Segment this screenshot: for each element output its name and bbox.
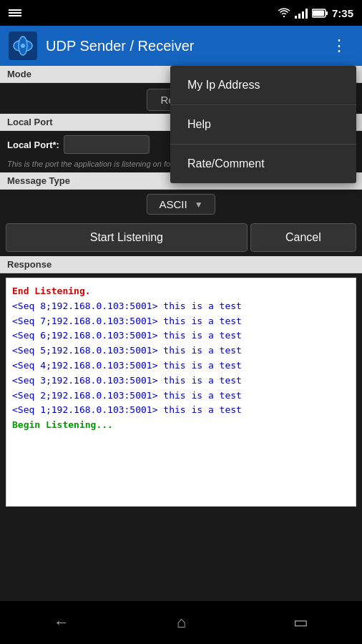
app-title: UDP Sender / Receiver (46, 38, 326, 54)
signal-icon (295, 7, 308, 19)
message-type-section: ASCII ▼ (0, 190, 362, 219)
list-item: <Seq 2;192.168.0.103:5001> this is a tes… (12, 389, 350, 404)
svg-point-5 (21, 44, 25, 48)
local-port-input[interactable] (64, 135, 150, 154)
list-item: <Seq 7;192.168.0.103:5001> this is a tes… (12, 314, 350, 329)
list-item: <Seq 8;192.168.0.103:5001> this is a tes… (12, 299, 350, 314)
overflow-menu-button[interactable]: ⋮ (326, 34, 353, 58)
svg-rect-2 (313, 10, 324, 16)
list-item: <Seq 4;192.168.0.103:5001> this is a tes… (12, 358, 350, 374)
end-listening-text: End Listening. (12, 284, 350, 299)
menu-item-help[interactable]: Help (170, 105, 356, 145)
battery-icon (312, 9, 328, 18)
local-port-label: Local Port*: (7, 140, 59, 150)
home-button[interactable]: ⌂ (162, 608, 200, 638)
menu-item-my-ip-label: My Ip Address (187, 79, 260, 91)
chevron-down-icon: ▼ (195, 200, 203, 210)
response-section-label: Response (0, 256, 362, 273)
message-type-selector[interactable]: ASCII ▼ (147, 194, 215, 215)
start-listening-button[interactable]: Start Listening (6, 223, 248, 252)
menu-item-my-ip[interactable]: My Ip Address (170, 66, 356, 105)
svg-rect-1 (326, 11, 328, 15)
begin-listening-text: Begin Listening... (12, 418, 350, 433)
list-item: <Seq 6;192.168.0.103:5001> this is a tes… (12, 328, 350, 343)
list-item: <Seq 5;192.168.0.103:5001> this is a tes… (12, 343, 350, 358)
menu-item-rate[interactable]: Rate/Comment (170, 145, 356, 183)
app-icon (9, 31, 37, 60)
status-bar-right: 7:35 (278, 7, 353, 19)
back-button[interactable]: ← (39, 608, 84, 638)
message-type-value: ASCII (159, 198, 187, 210)
recents-button[interactable]: ▭ (279, 608, 323, 638)
response-area: End Listening. <Seq 8;192.168.0.103:5001… (6, 278, 356, 507)
app-bar: UDP Sender / Receiver ⋮ (0, 26, 362, 66)
status-bar-left (9, 9, 21, 16)
hamburger-icon (9, 9, 21, 16)
menu-item-help-label: Help (187, 118, 211, 130)
status-bar: 7:35 (0, 0, 362, 26)
cancel-button[interactable]: Cancel (250, 223, 356, 252)
list-item: <Seq 3;192.168.0.103:5001> this is a tes… (12, 374, 350, 389)
status-time: 7:35 (332, 7, 353, 19)
nav-bar: ← ⌂ ▭ (0, 601, 362, 644)
action-buttons-row: Start Listening Cancel (0, 219, 362, 256)
seq-lines-container: <Seq 8;192.168.0.103:5001> this is a tes… (12, 299, 350, 418)
list-item: <Seq 1;192.168.0.103:5001> this is a tes… (12, 403, 350, 418)
dropdown-menu: My Ip Address Help Rate/Comment (170, 66, 356, 183)
menu-item-rate-label: Rate/Comment (187, 157, 265, 170)
wifi-icon (278, 8, 290, 18)
